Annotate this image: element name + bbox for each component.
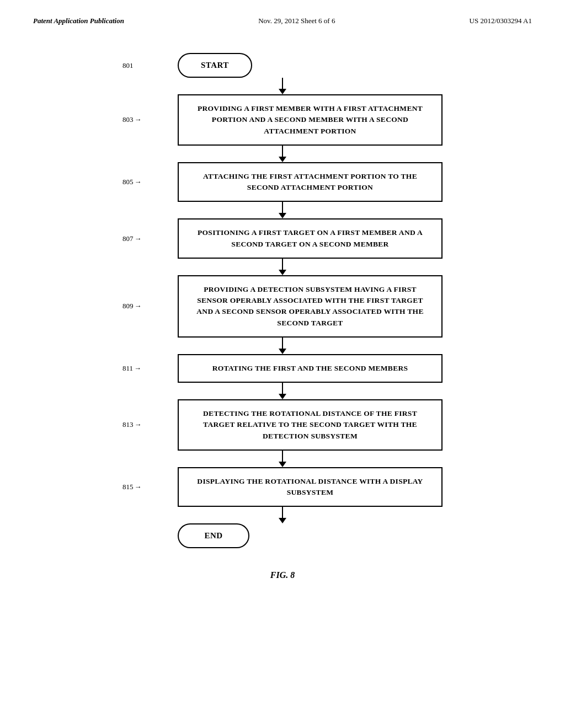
- header-patent-number: US 2012/0303294 A1: [470, 17, 532, 25]
- arrow-0: [279, 78, 286, 94]
- start-box-wrapper: START: [178, 53, 252, 78]
- start-row: 801 START: [122, 53, 443, 78]
- page-header: Patent Application Publication Nov. 29, …: [33, 17, 532, 25]
- step-row-813: 813 → DETECTING THE ROTATIONAL DISTANCE …: [122, 399, 443, 451]
- end-box-wrapper: END: [178, 523, 249, 548]
- step-row-809: 809 → PROVIDING A DETECTION SUBSYSTEM HA…: [122, 275, 443, 338]
- arrow-4: [279, 338, 286, 354]
- step-box-811: ROTATING THE FIRST AND THE SECOND MEMBER…: [178, 354, 443, 383]
- step-label-809: 809 →: [122, 302, 142, 311]
- flowchart: 801 START 803 → PROVIDING A FIRST MEMBER…: [33, 53, 532, 548]
- step-box-815: DISPLAYING THE ROTATIONAL DISTANCE WITH …: [178, 467, 443, 507]
- arrow-2: [279, 202, 286, 218]
- step-box-813: DETECTING THE ROTATIONAL DISTANCE OF THE…: [178, 399, 443, 451]
- arrow-7: [279, 507, 286, 523]
- step-box-wrapper-807: POSITIONING A FIRST TARGET ON A FIRST ME…: [178, 218, 443, 259]
- step-label-803: 803 →: [122, 115, 142, 124]
- step-box-wrapper-813: DETECTING THE ROTATIONAL DISTANCE OF THE…: [178, 399, 443, 451]
- header-publication-label: Patent Application Publication: [33, 17, 124, 25]
- step-row-805: 805 → ATTACHING THE FIRST ATTACHMENT POR…: [122, 162, 443, 202]
- step-row-811: 811 → ROTATING THE FIRST AND THE SECOND …: [122, 354, 443, 383]
- figure-caption: FIG. 8: [33, 570, 532, 580]
- step-label-813: 813 →: [122, 420, 142, 429]
- figure-caption-text: FIG. 8: [270, 570, 295, 580]
- header-date-sheet: Nov. 29, 2012 Sheet 6 of 6: [258, 17, 335, 25]
- start-label: 801: [122, 61, 134, 70]
- end-row: END: [122, 523, 443, 548]
- step-label-805: 805 →: [122, 178, 142, 186]
- step-label-811: 811 →: [122, 364, 141, 373]
- step-box-803: PROVIDING A FIRST MEMBER WITH A FIRST AT…: [178, 94, 443, 146]
- step-box-wrapper-803: PROVIDING A FIRST MEMBER WITH A FIRST AT…: [178, 94, 443, 146]
- step-box-809: PROVIDING A DETECTION SUBSYSTEM HAVING A…: [178, 275, 443, 338]
- arrow-6: [279, 451, 286, 467]
- arrow-3: [279, 259, 286, 275]
- step-box-wrapper-805: ATTACHING THE FIRST ATTACHMENT PORTION T…: [178, 162, 443, 202]
- step-label-815: 815 →: [122, 483, 142, 491]
- step-box-805: ATTACHING THE FIRST ATTACHMENT PORTION T…: [178, 162, 443, 202]
- start-oval: START: [178, 53, 252, 78]
- step-box-807: POSITIONING A FIRST TARGET ON A FIRST ME…: [178, 218, 443, 259]
- end-oval: END: [178, 523, 249, 548]
- step-box-wrapper-811: ROTATING THE FIRST AND THE SECOND MEMBER…: [178, 354, 443, 383]
- step-row-807: 807 → POSITIONING A FIRST TARGET ON A FI…: [122, 218, 443, 259]
- arrow-1: [279, 146, 286, 162]
- step-box-wrapper-809: PROVIDING A DETECTION SUBSYSTEM HAVING A…: [178, 275, 443, 338]
- arrow-5: [279, 383, 286, 399]
- step-row-815: 815 → DISPLAYING THE ROTATIONAL DISTANCE…: [122, 467, 443, 507]
- step-label-807: 807 →: [122, 234, 142, 243]
- page: Patent Application Publication Nov. 29, …: [0, 0, 565, 728]
- step-row-803: 803 → PROVIDING A FIRST MEMBER WITH A FI…: [122, 94, 443, 146]
- step-box-wrapper-815: DISPLAYING THE ROTATIONAL DISTANCE WITH …: [178, 467, 443, 507]
